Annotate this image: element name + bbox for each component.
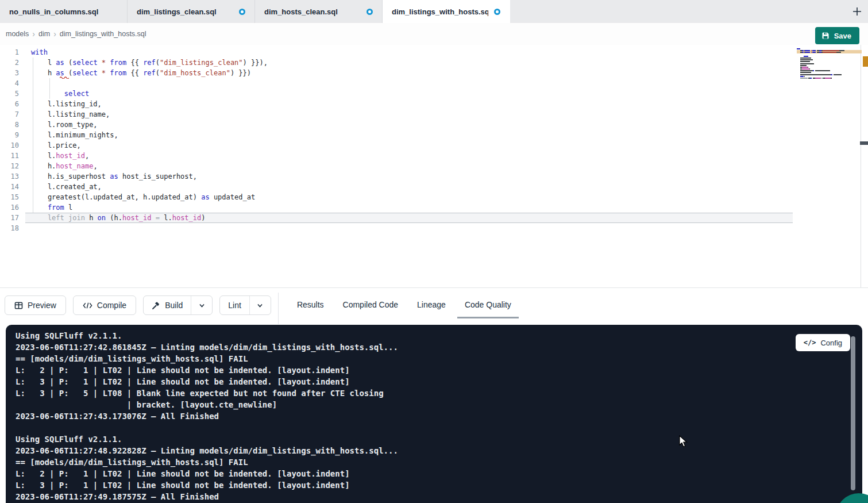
breadcrumb-bar: models›dim›dim_listings_with_hosts.sql S… xyxy=(0,23,868,45)
file-tab[interactable]: dim_listings_with_hosts.sql xyxy=(383,0,510,23)
log-line: L: 2 | P: 1 | LT02 | Line should not be … xyxy=(16,364,862,376)
file-tab[interactable]: no_nulls_in_columns.sql xyxy=(0,0,128,23)
log-line: 2023-06-06T11:27:43.173076Z — All Finish… xyxy=(16,410,862,422)
results-tab-results[interactable]: Results xyxy=(290,297,331,318)
build-dropdown-button[interactable] xyxy=(191,296,212,314)
lint-button[interactable]: Lint xyxy=(220,296,249,314)
build-button[interactable]: Build xyxy=(144,296,191,314)
code-line: 4 xyxy=(0,78,868,89)
code-editor[interactable]: 1with2 l as (select * from {{ ref("dim_l… xyxy=(0,45,868,287)
compile-button[interactable]: Compile xyxy=(73,295,136,315)
code-line-text: left join h on (h.host_id = l.host_id) xyxy=(19,213,206,223)
line-number: 14 xyxy=(0,182,19,192)
overview-ruler-warning-marker[interactable] xyxy=(863,56,868,67)
line-number: 5 xyxy=(0,89,19,99)
code-line: 2 l as (select * from {{ ref("dim_listin… xyxy=(0,57,868,68)
save-button-label: Save xyxy=(834,32,851,40)
file-tab-label: dim_listings_with_hosts.sql xyxy=(392,7,488,16)
build-button-label: Build xyxy=(165,301,183,310)
breadcrumb-item[interactable]: dim_listings_with_hosts.sql xyxy=(60,30,146,38)
new-tab-button[interactable] xyxy=(851,5,863,18)
code-line-text: l.listing_name, xyxy=(19,109,110,120)
log-line: L: 3 | P: 1 | LT02 | Line should not be … xyxy=(16,479,862,491)
unsaved-changes-dot-icon xyxy=(494,9,500,15)
minimap-line xyxy=(797,68,851,70)
file-tab[interactable]: dim_hosts_clean.sql xyxy=(255,0,383,23)
minimap-line xyxy=(797,63,851,64)
hammer-icon xyxy=(152,301,160,310)
results-tab-lineage[interactable]: Lineage xyxy=(410,297,453,318)
code-line: 1with xyxy=(0,47,868,57)
lint-error-squiggle-icon xyxy=(60,76,69,79)
preview-button[interactable]: Preview xyxy=(5,295,66,315)
code-line: 18 xyxy=(0,223,868,233)
line-number: 3 xyxy=(0,68,19,78)
code-line-text: h.is_superhost as host_is_superhost, xyxy=(19,171,197,182)
minimap-line xyxy=(797,74,851,75)
config-button[interactable]: </> Config xyxy=(796,334,850,351)
results-tab-compiled-code[interactable]: Compiled Code xyxy=(335,297,406,318)
code-lines: 1with2 l as (select * from {{ ref("dim_l… xyxy=(0,47,868,233)
line-number: 9 xyxy=(0,130,19,140)
compile-button-label: Compile xyxy=(97,301,126,310)
minimap-line xyxy=(797,59,851,60)
file-tab-label: dim_listings_clean.sql xyxy=(137,7,217,16)
terminal-scrollbar[interactable] xyxy=(851,336,855,490)
chevron-down-icon xyxy=(198,302,206,309)
file-tab[interactable]: dim_listings_clean.sql xyxy=(128,0,255,23)
code-line-text: select xyxy=(19,89,89,99)
line-number: 16 xyxy=(0,202,19,213)
overview-ruler-cursor-marker[interactable] xyxy=(860,141,868,145)
floppy-disk-icon xyxy=(821,32,830,40)
editor-tab-bar: no_nulls_in_columns.sqldim_listings_clea… xyxy=(0,0,868,23)
code-line: 10 l.price, xyxy=(0,140,868,151)
breadcrumb-item[interactable]: dim xyxy=(38,30,50,38)
line-number: 2 xyxy=(0,57,19,68)
code-line: 12 h.host_name, xyxy=(0,161,868,171)
build-split-button: Build xyxy=(143,295,213,315)
minimap-line xyxy=(797,79,851,80)
code-line: 5 select xyxy=(0,89,868,99)
code-line-text: l.price, xyxy=(19,140,81,151)
log-line: L: 3 | P: 5 | LT08 | Blank line expected… xyxy=(16,387,862,399)
line-number: 13 xyxy=(0,171,19,182)
code-line-text: l.host_id, xyxy=(19,151,89,161)
log-line: | bracket. [layout.cte_newline] xyxy=(16,399,862,410)
line-number: 1 xyxy=(0,47,19,57)
log-blank-line xyxy=(16,422,862,433)
code-line-text: from l xyxy=(19,202,72,213)
log-line: L: 3 | P: 1 | LT02 | Line should not be … xyxy=(16,376,862,387)
editor-toolbar: Preview Compile Build Lint xyxy=(0,287,868,325)
editor-minimap[interactable] xyxy=(797,48,851,81)
line-number: 17 xyxy=(0,213,19,223)
breadcrumb-separator-icon: › xyxy=(32,29,35,39)
code-brackets-icon xyxy=(83,302,92,309)
minimap-line xyxy=(797,76,851,77)
code-brackets-icon: </> xyxy=(804,339,816,347)
code-line: 6 l.listing_id, xyxy=(0,99,868,109)
log-line: Using SQLFluff v2.1.1. xyxy=(16,433,862,445)
log-line: 2023-06-06T11:27:42.861845Z — Linting mo… xyxy=(16,341,862,353)
minimap-line xyxy=(797,61,851,62)
code-line: 8 l.room_type, xyxy=(0,120,868,130)
minimap-line xyxy=(797,54,851,55)
minimap-line xyxy=(797,57,851,59)
code-line-text: l.created_at, xyxy=(19,182,102,192)
line-number: 8 xyxy=(0,120,19,130)
results-tab-code-quality[interactable]: Code Quality xyxy=(457,297,519,318)
file-tab-label: no_nulls_in_columns.sql xyxy=(9,7,98,16)
breadcrumb-item[interactable]: models xyxy=(6,30,29,38)
code-line-text: with xyxy=(19,47,48,57)
code-line: 7 l.listing_name, xyxy=(0,109,868,120)
editor-scrollbar-track xyxy=(861,45,861,287)
lint-dropdown-button[interactable] xyxy=(249,296,271,314)
save-button[interactable]: Save xyxy=(815,27,859,44)
log-line: 2023-06-06T11:27:48.922828Z — Linting mo… xyxy=(16,445,862,456)
minimap-line xyxy=(797,78,851,79)
log-line: 2023-06-06T11:27:49.187575Z — All Finish… xyxy=(16,491,862,502)
minimap-line xyxy=(797,67,851,68)
terminal-output-panel: Using SQLFluff v2.1.1.2023-06-06T11:27:4… xyxy=(6,325,862,503)
plus-icon xyxy=(851,6,863,17)
table-grid-icon xyxy=(14,301,23,310)
code-line: 17 left join h on (h.host_id = l.host_id… xyxy=(0,213,868,223)
